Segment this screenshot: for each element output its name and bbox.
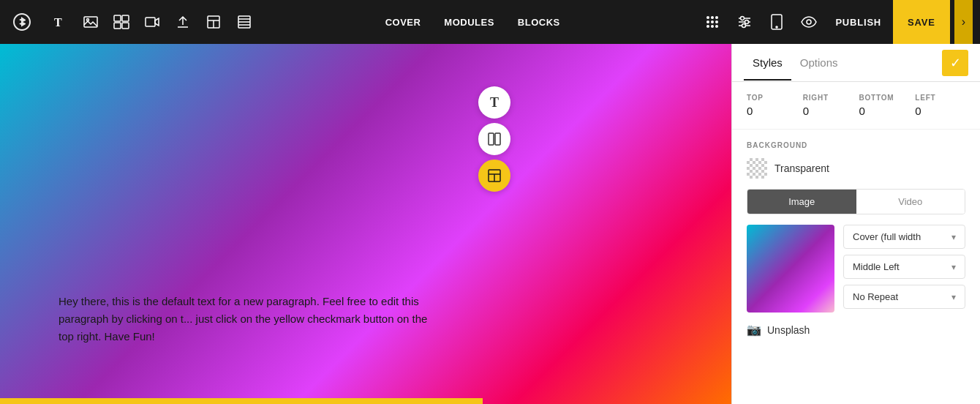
- margin-bottom-value[interactable]: 0: [859, 105, 865, 117]
- options-tab[interactable]: Options: [791, 46, 847, 81]
- canvas-background: Hey there, this is the default text for …: [0, 44, 731, 404]
- styles-panel: Styles Options ✓ TOP 0 RIGHT 0 BOT: [731, 44, 980, 404]
- svg-rect-6: [122, 23, 129, 29]
- text-tool-icon[interactable]: T: [47, 9, 73, 35]
- svg-point-22: [711, 25, 714, 28]
- svg-point-27: [741, 17, 745, 20]
- svg-rect-3: [114, 15, 121, 21]
- margin-right-label: RIGHT: [803, 94, 829, 102]
- panel-body: TOP 0 RIGHT 0 BOTTOM 0 LEFT 0: [732, 82, 980, 404]
- nav-blocks[interactable]: BLOCKS: [508, 12, 570, 32]
- fab-group: T: [478, 86, 510, 192]
- cover-dropdown[interactable]: Cover (full width ▾: [843, 225, 965, 249]
- transparent-label: Transparent: [774, 162, 829, 174]
- confirm-button[interactable]: ✓: [942, 50, 968, 76]
- text-fab[interactable]: T: [478, 86, 510, 119]
- margin-bottom-label: BOTTOM: [859, 94, 894, 102]
- svg-rect-34: [495, 133, 500, 145]
- image-thumbnail[interactable]: [747, 225, 834, 313]
- svg-point-28: [745, 20, 749, 24]
- panel-tabs: Styles Options ✓: [732, 44, 980, 82]
- margin-left: LEFT 0: [915, 94, 965, 117]
- preview-icon[interactable]: [796, 9, 822, 35]
- pattern-tool-icon[interactable]: [231, 9, 257, 35]
- save-button[interactable]: SAVE: [893, 0, 950, 44]
- margin-right: RIGHT 0: [803, 94, 853, 117]
- svg-rect-1: [84, 17, 97, 27]
- margin-top-value[interactable]: 0: [747, 105, 753, 117]
- checker-icon: [747, 158, 767, 179]
- nav-modules[interactable]: MODULES: [434, 12, 505, 32]
- mobile-icon[interactable]: [764, 9, 790, 35]
- gallery-tool-icon[interactable]: [108, 9, 135, 35]
- margin-section: TOP 0 RIGHT 0 BOTTOM 0 LEFT 0: [732, 82, 980, 130]
- repeat-dropdown-label: No Repeat: [853, 291, 898, 302]
- repeat-dropdown-arrow: ▾: [951, 292, 956, 302]
- margin-grid: TOP 0 RIGHT 0 BOTTOM 0 LEFT 0: [747, 94, 965, 117]
- svg-rect-4: [122, 15, 129, 21]
- svg-point-20: [715, 20, 718, 23]
- image-dropdowns: Cover (full width ▾ Middle Left ▾ No Rep…: [843, 225, 965, 309]
- expand-button[interactable]: ›: [954, 0, 973, 44]
- margin-right-value[interactable]: 0: [803, 105, 809, 117]
- grid-icon[interactable]: [699, 9, 725, 35]
- svg-rect-33: [489, 133, 494, 145]
- margin-left-value[interactable]: 0: [915, 105, 921, 117]
- margin-top: TOP 0: [747, 94, 797, 117]
- block-fab[interactable]: [478, 160, 510, 192]
- unsplash-label: Unsplash: [767, 324, 810, 336]
- svg-point-18: [706, 20, 709, 23]
- paragraph-text[interactable]: Hey there, this is the default text for …: [59, 293, 439, 345]
- nav-cover[interactable]: COVER: [375, 12, 431, 32]
- toolbar: T: [0, 0, 980, 44]
- svg-point-31: [776, 26, 777, 28]
- toolbar-right: PUBLISH: [699, 9, 889, 35]
- upload-tool-icon[interactable]: [170, 9, 196, 35]
- position-dropdown[interactable]: Middle Left ▾: [843, 255, 965, 279]
- svg-point-19: [711, 20, 714, 23]
- sliders-icon[interactable]: [731, 9, 758, 35]
- main-content: Hey there, this is the default text for …: [0, 44, 980, 404]
- thumbnail-preview: [747, 225, 834, 313]
- camera-icon: 📷: [747, 323, 761, 337]
- repeat-dropdown[interactable]: No Repeat ▾: [843, 285, 965, 309]
- media-toggle: Image Video: [747, 189, 965, 214]
- svg-rect-7: [146, 18, 155, 26]
- video-tab[interactable]: Video: [856, 190, 965, 214]
- cover-dropdown-label: Cover (full width: [853, 231, 921, 242]
- svg-rect-5: [114, 23, 121, 29]
- svg-point-21: [706, 25, 709, 28]
- columns-fab[interactable]: [478, 123, 510, 155]
- nav-menu: COVER MODULES BLOCKS: [375, 12, 570, 32]
- svg-point-17: [715, 16, 718, 19]
- background-section: BACKGROUND Transparent Image Video: [732, 130, 980, 348]
- svg-point-32: [807, 20, 811, 24]
- position-dropdown-arrow: ▾: [951, 262, 956, 272]
- margin-top-label: TOP: [747, 94, 764, 102]
- svg-text:T: T: [54, 16, 62, 29]
- svg-point-23: [715, 25, 718, 28]
- svg-point-16: [711, 16, 714, 19]
- image-settings-row: Cover (full width ▾ Middle Left ▾ No Rep…: [747, 225, 965, 313]
- background-label: BACKGROUND: [747, 141, 965, 149]
- svg-point-15: [706, 16, 709, 19]
- margin-left-label: LEFT: [915, 94, 935, 102]
- position-dropdown-label: Middle Left: [853, 261, 900, 272]
- image-tool-icon[interactable]: [78, 9, 104, 35]
- transparent-row[interactable]: Transparent: [747, 158, 965, 179]
- yellow-bar: [0, 398, 483, 404]
- publish-button[interactable]: PUBLISH: [828, 12, 889, 32]
- canvas-area[interactable]: Hey there, this is the default text for …: [0, 44, 731, 404]
- cover-dropdown-arrow: ▾: [951, 232, 956, 242]
- margin-bottom: BOTTOM 0: [859, 94, 910, 117]
- unsplash-button[interactable]: 📷 Unsplash: [747, 323, 965, 337]
- image-tab[interactable]: Image: [747, 190, 856, 214]
- logo: [7, 7, 37, 37]
- svg-point-29: [742, 24, 746, 28]
- styles-tab[interactable]: Styles: [744, 46, 791, 81]
- layout-tool-icon[interactable]: [200, 9, 227, 35]
- video-tool-icon[interactable]: [139, 9, 165, 35]
